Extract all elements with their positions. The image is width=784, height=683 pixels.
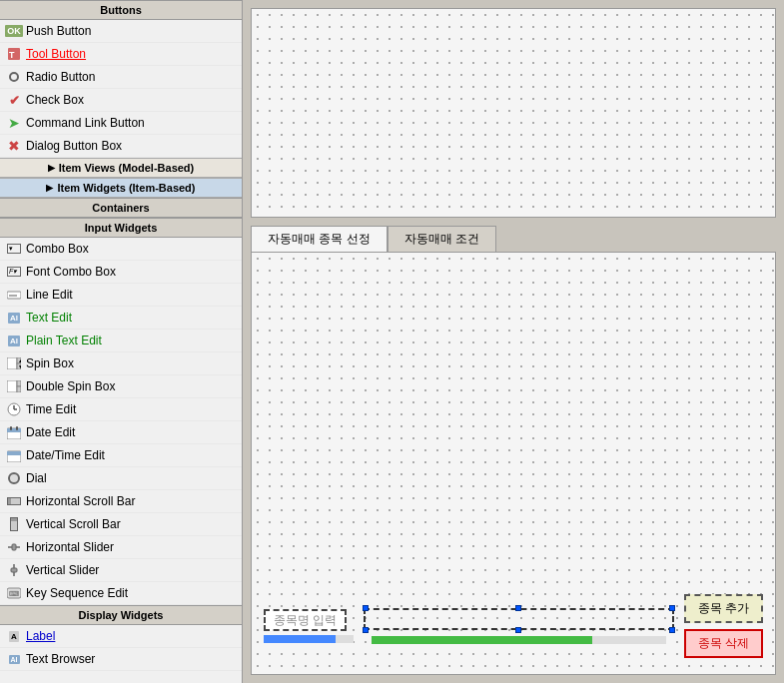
stock-input-label: 종목명 입력 xyxy=(274,612,337,629)
action-buttons: 종목 추가 종목 삭제 xyxy=(684,594,763,658)
plain-text-icon: AI xyxy=(6,333,22,348)
text-edit-icon: AI xyxy=(6,310,22,326)
double-spin-icon xyxy=(6,378,22,394)
sidebar-item-push-button[interactable]: OK Push Button xyxy=(0,20,242,43)
stock-name-input[interactable]: 종목명 입력 xyxy=(264,609,347,631)
section-display-widgets: Display Widgets xyxy=(0,605,242,625)
ok-icon: OK xyxy=(6,23,22,39)
tab-auto-condition[interactable]: 자동매매 조건 xyxy=(388,226,496,252)
sidebar: Buttons OK Push Button T Tool Button Rad… xyxy=(0,0,243,683)
check-box-label: Check Box xyxy=(26,93,84,107)
section-containers: Containers xyxy=(0,198,242,218)
vertical-slider-label: Vertical Slider xyxy=(26,563,99,577)
horizontal-scroll-bar-label: Horizontal Scroll Bar xyxy=(26,494,135,508)
item-widgets-header[interactable]: ▶ Item Widgets (Item-Based) xyxy=(0,178,242,198)
command-link-label: Command Link Button xyxy=(26,116,145,130)
svg-rect-16 xyxy=(7,428,21,432)
sidebar-item-horizontal-scroll-bar[interactable]: Horizontal Scroll Bar xyxy=(0,490,242,513)
blue-progress-bar xyxy=(264,635,336,643)
sidebar-item-radio-button[interactable]: Radio Button xyxy=(0,66,242,89)
svg-rect-17 xyxy=(10,426,12,430)
sidebar-item-vertical-slider[interactable]: Vertical Slider xyxy=(0,559,242,582)
item-views-label: Item Views (Model-Based) xyxy=(59,162,195,174)
vscroll-icon xyxy=(6,516,22,532)
label-item-label: Label xyxy=(26,629,55,643)
time-edit-label: Time Edit xyxy=(26,402,76,416)
sidebar-item-text-browser[interactable]: AI Text Browser xyxy=(0,648,242,671)
svg-rect-10 xyxy=(17,380,21,386)
green-progress-bar xyxy=(372,636,592,644)
double-spin-box-label: Double Spin Box xyxy=(26,379,115,393)
svg-rect-20 xyxy=(7,451,21,455)
key-sequence-edit-label: Key Sequence Edit xyxy=(26,586,128,600)
arrow-icon: ▶ xyxy=(48,163,55,173)
hslider-icon xyxy=(6,539,22,555)
date-edit-label: Date Edit xyxy=(26,425,75,439)
check-icon: ✔ xyxy=(6,92,22,108)
tab-content: 종목명 입력 xyxy=(251,252,776,675)
sidebar-item-plain-text-edit[interactable]: AI Plain Text Edit xyxy=(0,330,242,352)
sidebar-item-text-edit[interactable]: AI Text Edit xyxy=(0,307,242,330)
sidebar-item-line-edit[interactable]: Line Edit xyxy=(0,284,242,307)
sidebar-item-double-spin-box[interactable]: Double Spin Box xyxy=(0,375,242,398)
svg-text:T: T xyxy=(9,50,15,60)
svg-text:▼: ▼ xyxy=(18,363,21,369)
dialog-button-box-label: Dialog Button Box xyxy=(26,139,122,153)
sidebar-item-horizontal-slider[interactable]: Horizontal Slider xyxy=(0,536,242,559)
sidebar-item-font-combo-box[interactable]: F▾ Font Combo Box xyxy=(0,261,242,284)
delete-stock-button[interactable]: 종목 삭제 xyxy=(684,629,763,658)
svg-rect-11 xyxy=(17,386,21,392)
vslider-icon xyxy=(6,562,22,578)
radio-icon xyxy=(6,69,22,85)
bottom-panel: 자동매매 종목 선정 자동매매 조건 종목명 입력 xyxy=(251,226,776,675)
sidebar-item-command-link-button[interactable]: ➤ Command Link Button xyxy=(0,112,242,135)
sidebar-item-date-edit[interactable]: Date Edit xyxy=(0,421,242,444)
sidebar-item-dialog-button-box[interactable]: ✖ Dialog Button Box xyxy=(0,135,242,158)
sidebar-item-check-box[interactable]: ✔ Check Box xyxy=(0,89,242,112)
svg-rect-18 xyxy=(16,426,18,430)
dial-icon xyxy=(6,470,22,486)
combo-box-label: Combo Box xyxy=(26,242,89,256)
text-edit-label: Text Edit xyxy=(26,311,72,325)
sidebar-item-dial[interactable]: Dial xyxy=(0,467,242,490)
datetime-icon xyxy=(6,447,22,463)
sidebar-item-datetime-edit[interactable]: Date/Time Edit xyxy=(0,444,242,467)
text-browser-label: Text Browser xyxy=(26,652,95,666)
item-views-header[interactable]: ▶ Item Views (Model-Based) xyxy=(0,158,242,178)
sidebar-item-time-edit[interactable]: Time Edit xyxy=(0,398,242,421)
sidebar-item-combo-box[interactable]: ▾ Combo Box xyxy=(0,238,242,261)
section-input-widgets: Input Widgets xyxy=(0,218,242,238)
sidebar-item-tool-button[interactable]: T Tool Button xyxy=(0,43,242,66)
sidebar-item-spin-box[interactable]: ▲▼ Spin Box xyxy=(0,352,242,375)
sidebar-item-label[interactable]: A Label xyxy=(0,625,242,648)
svg-rect-24 xyxy=(11,568,17,572)
textbrowser-icon: AI xyxy=(6,651,22,667)
vertical-scroll-bar-label: Vertical Scroll Bar xyxy=(26,517,121,531)
tab-bar: 자동매매 종목 선정 자동매매 조건 xyxy=(251,226,776,252)
time-icon xyxy=(6,401,22,417)
arrow-icon-2: ▶ xyxy=(46,183,53,193)
tool-icon: T xyxy=(6,46,22,62)
sidebar-item-key-sequence-edit[interactable]: ⌨ Key Sequence Edit xyxy=(0,582,242,605)
font-combo-icon: F▾ xyxy=(6,264,22,280)
design-canvas xyxy=(251,8,776,218)
line-edit-label: Line Edit xyxy=(26,288,73,302)
font-combo-box-label: Font Combo Box xyxy=(26,265,116,279)
line-edit-icon xyxy=(6,287,22,303)
dial-label: Dial xyxy=(26,471,47,485)
sidebar-item-vertical-scroll-bar[interactable]: Vertical Scroll Bar xyxy=(0,513,242,536)
tab-auto-select[interactable]: 자동매매 종목 선정 xyxy=(251,226,388,252)
push-button-label: Push Button xyxy=(26,24,91,38)
svg-rect-22 xyxy=(12,544,16,550)
date-icon xyxy=(6,424,22,440)
svg-text:⌨: ⌨ xyxy=(9,590,19,597)
add-stock-button[interactable]: 종목 추가 xyxy=(684,594,763,623)
svg-rect-9 xyxy=(7,380,17,392)
label-icon: A xyxy=(6,628,22,644)
cmd-icon: ➤ xyxy=(6,115,22,131)
combo-icon: ▾ xyxy=(6,241,22,257)
spin-icon: ▲▼ xyxy=(6,355,22,371)
svg-rect-4 xyxy=(7,357,17,369)
item-widgets-label: Item Widgets (Item-Based) xyxy=(57,182,195,194)
radio-button-label: Radio Button xyxy=(26,70,95,84)
